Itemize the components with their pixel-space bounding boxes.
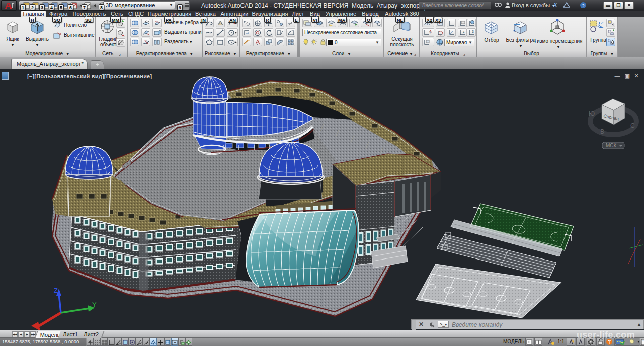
- svg-text:3: 3: [472, 30, 474, 33]
- svg-text:?: ?: [582, 3, 585, 8]
- svg-text:В: В: [600, 128, 604, 135]
- svg-text:z: z: [463, 30, 465, 33]
- svg-text:С: С: [630, 122, 635, 129]
- svg-text:Y: Y: [92, 301, 97, 308]
- svg-text:Ю: Ю: [589, 110, 595, 117]
- svg-text:Z: Z: [54, 287, 58, 294]
- svg-text:МСК: МСК: [606, 143, 617, 148]
